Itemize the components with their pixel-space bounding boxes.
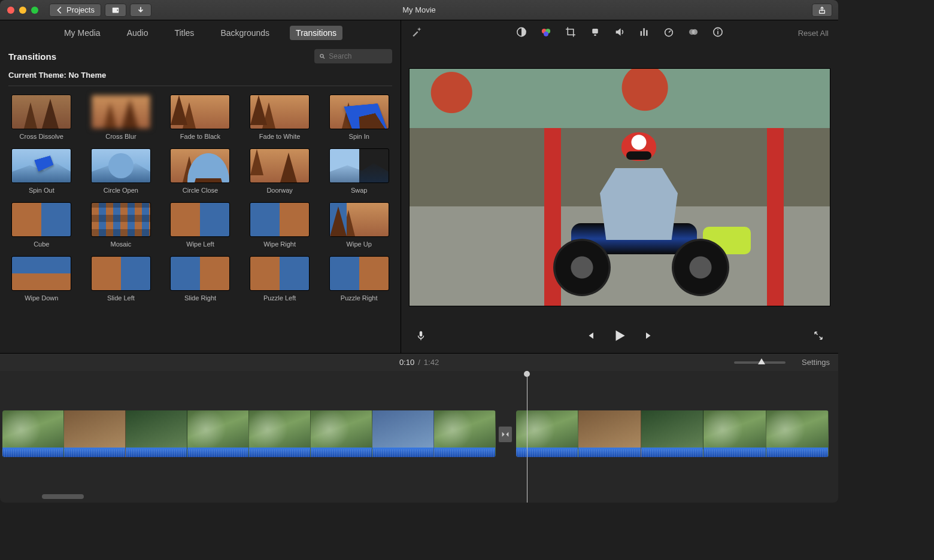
viewer-toolbar: Reset All [401,20,838,45]
transitions-grid: Cross Dissolve Cross Blur Fade to Black … [0,92,401,304]
project-title: My Movie [402,5,436,14]
transition-fade-to-black[interactable]: Fade to Black [167,95,234,140]
current-time: 0:10 [399,358,414,367]
fullscreen-button[interactable] [813,330,824,343]
browser-tabs: My Media Audio Titles Backgrounds Transi… [0,20,401,45]
svg-rect-7 [592,28,598,33]
transition-puzzle-left[interactable]: Puzzle Left [247,256,313,302]
titlebar: Projects My Movie [0,0,838,20]
info-icon[interactable] [712,26,724,40]
titlebar-buttons: Projects [49,4,151,17]
svg-rect-16 [717,31,718,34]
current-theme-label: Current Theme: No Theme [0,67,401,86]
equalizer-icon[interactable] [639,26,650,40]
transition-wipe-down[interactable]: Wipe Down [8,256,75,302]
transition-wipe-left[interactable]: Wipe Left [167,202,234,248]
svg-rect-8 [594,34,596,35]
volume-icon[interactable] [614,26,626,40]
previous-clip-button[interactable] [584,330,595,343]
transition-spin-out[interactable]: Spin Out [8,148,75,194]
projects-back-button[interactable]: Projects [49,4,101,17]
tab-backgrounds[interactable]: Backgrounds [214,26,275,40]
transition-mosaic[interactable]: Mosaic [88,202,154,248]
voiceover-mic-button[interactable] [416,329,426,345]
minimize-window-button[interactable] [19,7,26,14]
color-wheel-icon[interactable] [541,26,552,40]
speed-icon[interactable] [663,26,675,40]
transition-fade-to-white[interactable]: Fade to White [247,95,313,140]
tab-titles[interactable]: Titles [168,26,200,40]
zoom-window-button[interactable] [31,7,38,14]
svg-rect-17 [717,29,718,30]
divider [8,86,392,86]
viewer-panel: Reset All [401,20,838,353]
transition-spin-in[interactable]: Spin In [326,95,392,140]
time-display-bar: 0:10 / 1:42 Settings [0,353,838,371]
download-button[interactable] [130,4,151,17]
timeline-clip-group-1[interactable] [2,410,496,457]
transition-wipe-up[interactable]: Wipe Up [326,202,392,248]
total-time: 1:42 [424,358,439,367]
tab-audio[interactable]: Audio [121,26,154,40]
transition-circle-open[interactable]: Circle Open [88,148,154,194]
preview-content [565,117,697,296]
svg-point-6 [544,31,548,36]
timeline-clip-group-2[interactable] [516,410,829,457]
svg-point-14 [692,29,698,35]
panel-title: Transitions [8,51,56,62]
next-clip-button[interactable] [644,330,655,343]
svg-rect-10 [643,28,644,36]
preview-video[interactable] [409,68,830,306]
reset-all-button[interactable]: Reset All [798,29,829,38]
timeline-zoom-slider[interactable] [734,361,786,364]
svg-rect-11 [646,30,647,35]
svg-rect-18 [420,331,423,337]
media-import-button[interactable] [105,4,126,17]
enhance-wand-button[interactable] [411,26,423,40]
playhead[interactable] [527,371,527,503]
timeline-transition-icon[interactable] [498,426,513,443]
overlay-icon[interactable] [688,26,699,40]
search-field[interactable] [314,49,392,63]
search-icon [319,53,325,60]
stabilize-icon[interactable] [590,26,601,40]
svg-rect-9 [641,31,642,35]
transition-swap[interactable]: Swap [326,148,392,194]
search-input[interactable] [329,52,387,60]
svg-point-2 [320,54,323,57]
transition-slide-left[interactable]: Slide Left [88,256,154,302]
playback-controls [401,321,838,353]
play-button[interactable] [612,328,627,346]
close-window-button[interactable] [7,7,14,14]
tab-transitions[interactable]: Transitions [290,26,342,40]
window-traffic-lights [0,7,38,14]
transition-cross-dissolve[interactable]: Cross Dissolve [8,95,75,140]
transition-puzzle-right[interactable]: Puzzle Right [326,256,392,302]
timeline-scrollbar[interactable] [0,494,838,501]
browser-panel: My Media Audio Titles Backgrounds Transi… [0,20,401,353]
projects-label: Projects [66,5,95,14]
transition-slide-right[interactable]: Slide Right [167,256,234,302]
timeline-settings-button[interactable]: Settings [802,358,830,367]
transition-cross-blur[interactable]: Cross Blur [88,95,154,140]
transition-cube[interactable]: Cube [8,202,75,248]
crop-icon[interactable] [565,26,577,40]
timeline[interactable] [0,371,838,503]
share-button[interactable] [812,4,832,17]
color-balance-icon[interactable] [516,26,527,40]
transition-wipe-right[interactable]: Wipe Right [247,202,313,248]
tab-my-media[interactable]: My Media [58,26,107,40]
transition-doorway[interactable]: Doorway [247,148,313,194]
transition-circle-close[interactable]: Circle Close [167,148,234,194]
